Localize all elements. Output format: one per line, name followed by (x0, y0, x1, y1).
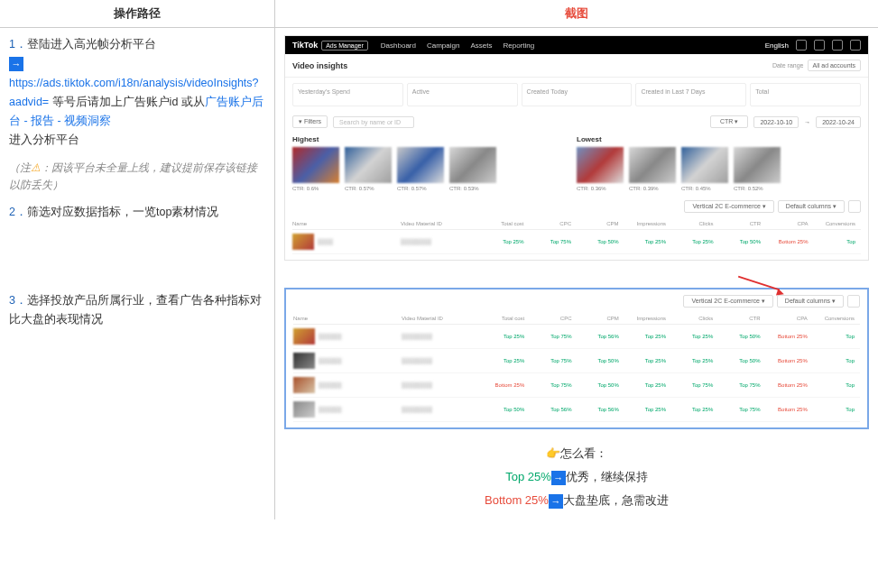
highest-col: Highest CTR: 0.6% CTR: 0.57% CTR: 0.57% … (292, 135, 577, 191)
step-1: 1．登陆进入高光帧分析平台 →https://ads.tiktok.com/i1… (9, 35, 265, 151)
date-from[interactable]: 2022-10-10 (753, 116, 799, 128)
vertical-select[interactable]: Vertical 2C E-commerce ▾ (683, 295, 772, 308)
warning-icon: ⚠ (31, 161, 41, 174)
data-table-1: Name Video Material ID Total cost CPC CP… (285, 218, 868, 260)
bell-icon[interactable] (832, 40, 843, 51)
columns-select[interactable]: Default columns ▾ (778, 200, 845, 213)
metric-total: Total (750, 83, 861, 106)
metric-yesterday-spend: Yesterday's Spend (292, 83, 403, 106)
filter-row: ▾ Filters Search by name or ID CTR ▾ 202… (285, 112, 868, 132)
legend-top-desc: 优秀，继续保持 (566, 470, 648, 483)
legend: 👉怎么看： Top 25%→优秀，继续保持 Bottom 25%→大盘垫底，急需… (284, 442, 869, 512)
table-row: ██████████████Top 25%Top 75%Top 56%Top 2… (293, 325, 860, 349)
metric-active: Active (407, 83, 518, 106)
screenshot-1: TikTok Ads Manager Dashboard Campaign As… (284, 35, 869, 261)
search-input[interactable]: Search by name or ID (333, 116, 414, 128)
data-table-2: Name Video Material ID Total cost CPC CP… (286, 313, 867, 427)
table-row: ██████████████Bottom 25%Top 75%Top 50%To… (293, 373, 860, 398)
table-row[interactable]: ████ ████████ Top 25% Top 75% Top 50% To… (292, 230, 861, 254)
filters-button[interactable]: ▾ Filters (292, 115, 328, 128)
legend-top25: Top 25% (505, 470, 551, 483)
export-icon[interactable] (848, 200, 861, 213)
highest-thumb-3[interactable]: CTR: 0.57% (397, 147, 444, 191)
highest-title: Highest (292, 135, 577, 143)
metric-select[interactable]: CTR ▾ (710, 115, 748, 128)
table-row: ██████████████Top 50%Top 56%Top 56%Top 2… (293, 398, 860, 422)
pointing-hand-icon: 👉 (546, 446, 560, 460)
page-sub-bar: Video insights Date range All ad account… (285, 54, 868, 78)
table-controls-highlighted: Vertical 2C E-commerce ▾ Default columns… (286, 289, 867, 313)
lowest-title: Lowest (577, 135, 861, 143)
lowest-col: Lowest CTR: 0.36% CTR: 0.39% CTR: 0.45% … (577, 135, 861, 191)
lowest-thumb-1[interactable]: CTR: 0.36% (577, 147, 624, 191)
product-label: Ads Manager (321, 41, 368, 51)
table-header-row: Name Video Material ID Total cost CPC CP… (293, 313, 860, 325)
arrow-right-icon: → (551, 471, 566, 485)
step-num: 1． (9, 38, 27, 51)
legend-bottom-desc: 大盘垫底，急需改进 (563, 493, 669, 507)
columns-select[interactable]: Default columns ▾ (777, 295, 844, 308)
step-3: 3．选择投放产品所属行业，查看广告各种指标对比大盘的表现情况 (9, 291, 265, 330)
brand-logo: TikTok (292, 41, 318, 50)
highest-thumb-4[interactable]: CTR: 0.53% (449, 147, 496, 191)
metric-created-today: Created Today (522, 83, 633, 106)
vertical-select[interactable]: Vertical 2C E-commerce ▾ (684, 200, 773, 213)
steps-column: 1．登陆进入高光帧分析平台 →https://ads.tiktok.com/i1… (0, 28, 275, 280)
high-low-row: Highest CTR: 0.6% CTR: 0.57% CTR: 0.57% … (285, 132, 868, 195)
page-title: Video insights (292, 61, 347, 70)
step-2: 2．筛选对应数据指标，一览top素材情况 (9, 203, 265, 222)
step-text: 筛选对应数据指标，一览top素材情况 (27, 206, 218, 218)
nav-dashboard[interactable]: Dashboard (381, 41, 416, 50)
highest-thumb-2[interactable]: CTR: 0.57% (345, 147, 392, 191)
metrics-row: Yesterday's Spend Active Created Today C… (285, 78, 868, 112)
step-num: 3． (9, 294, 27, 307)
step-text: 选择投放产品所属行业，查看广告各种指标对比大盘的表现情况 (9, 294, 262, 326)
export-icon[interactable] (847, 295, 860, 308)
legend-bottom25: Bottom 25% (485, 493, 549, 507)
step-num: 2． (9, 206, 27, 218)
table-header: 操作路径 截图 (0, 0, 878, 28)
legend-title: 怎么看： (560, 446, 607, 460)
highest-thumb-1[interactable]: CTR: 0.6% (292, 147, 339, 191)
step-text: 登陆进入高光帧分析平台 (27, 38, 156, 51)
step-text: 进入分析平台 (9, 133, 79, 146)
table-controls: Vertical 2C E-commerce ▾ Default columns… (285, 195, 868, 218)
steps-column-2: 3．选择投放产品所属行业，查看广告各种指标对比大盘的表现情况 (0, 280, 275, 519)
arrow-right-icon: → (549, 494, 563, 509)
folder-icon[interactable] (814, 40, 825, 51)
step-text: 等号后请加上广告账户id 或从 (49, 96, 205, 108)
screenshot-column: TikTok Ads Manager Dashboard Campaign As… (275, 28, 878, 280)
wallet-icon[interactable] (796, 40, 807, 51)
tiktok-top-bar: TikTok Ads Manager Dashboard Campaign As… (285, 36, 868, 54)
date-to[interactable]: 2022-10-24 (816, 116, 861, 128)
metric-created-7days: Created in Last 7 Days (635, 83, 746, 106)
account-select[interactable]: All ad accounts (808, 60, 861, 71)
lowest-thumb-4[interactable]: CTR: 0.52% (734, 147, 781, 191)
date-range-label: Date range (772, 62, 804, 69)
header-right: 截图 (275, 0, 878, 27)
note: （注⚠：因该平台未全量上线，建议提前保存该链接以防丢失） (9, 160, 265, 194)
table-header-row: Name Video Material ID Total cost CPC CP… (292, 218, 861, 230)
lowest-thumb-2[interactable]: CTR: 0.39% (629, 147, 676, 191)
nav-reporting[interactable]: Reporting (503, 41, 534, 50)
language-label[interactable]: English (765, 41, 789, 50)
nav-assets[interactable]: Assets (470, 41, 492, 50)
table-row: ██████████████Top 25%Top 75%Top 50%Top 2… (293, 349, 860, 373)
header-left: 操作路径 (0, 0, 275, 27)
help-icon[interactable] (850, 40, 861, 51)
lowest-thumb-3[interactable]: CTR: 0.45% (681, 147, 728, 191)
screenshot-2: Vertical 2C E-commerce ▾ Default columns… (284, 288, 869, 429)
nav-campaign[interactable]: Campaign (427, 41, 459, 50)
arrow-right-icon: → (9, 57, 23, 71)
